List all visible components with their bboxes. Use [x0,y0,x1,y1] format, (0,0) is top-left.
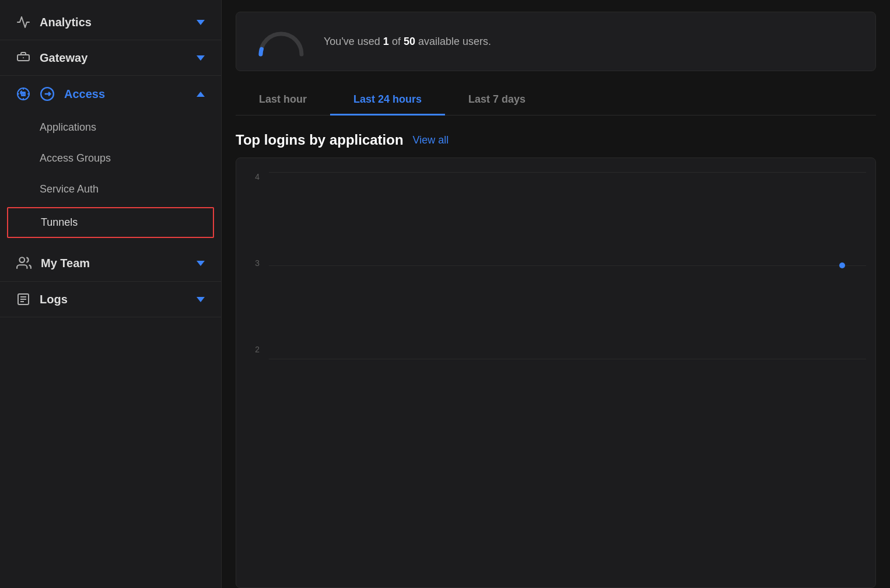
time-tabs: Last hour Last 24 hours Last 7 days [236,85,876,116]
logs-chevron-icon [197,297,205,302]
usage-text-suffix: available users. [415,36,491,47]
chart-plot [269,172,866,359]
usage-gauge [255,26,307,57]
section-title: Top logins by application [236,132,404,148]
usage-banner: You've used 1 of 50 available users. [236,12,876,71]
tab-last-24-hours[interactable]: Last 24 hours [330,85,445,116]
tab-last-7-days-label: Last 7 days [468,93,525,105]
tab-last-7-days[interactable]: Last 7 days [445,85,549,116]
usage-total: 50 [404,36,415,47]
sidebar: Analytics Gateway [0,0,222,588]
team-icon [16,256,31,271]
y-label-4: 4 [246,172,264,181]
gateway-icon [16,51,30,65]
sidebar-sub-item-service-auth[interactable]: Service Auth [0,174,221,205]
sidebar-item-analytics[interactable]: Analytics [0,5,221,40]
sidebar-sub-item-tunnels[interactable]: Tunnels [7,207,214,238]
view-all-link[interactable]: View all [413,134,449,146]
gateway-chevron-icon [197,55,205,61]
tunnels-label: Tunnels [41,216,78,229]
usage-text: You've used 1 of 50 available users. [324,36,491,48]
analytics-icon [16,15,30,29]
sidebar-sub-item-applications[interactable]: Applications [0,112,221,143]
applications-label: Applications [40,121,96,134]
my-team-label: My Team [41,257,90,270]
access-icon [16,87,30,101]
access-arrow-icon [40,86,55,102]
svg-point-5 [19,257,24,262]
logs-icon [16,292,30,306]
access-chevron-icon [197,92,205,97]
y-axis: 4 3 2 [246,172,264,359]
chart-inner: 4 3 2 [246,172,866,359]
sidebar-item-my-team[interactable]: My Team [0,245,221,282]
usage-used: 1 [383,36,389,47]
usage-text-middle: of [389,36,404,47]
gauge-svg [255,26,307,57]
main-content: You've used 1 of 50 available users. Las… [222,0,890,588]
chart-area: 4 3 2 [236,158,876,588]
chart-svg [269,172,866,359]
sidebar-item-access[interactable]: Access [0,76,221,112]
tab-last-24-hours-label: Last 24 hours [353,93,422,105]
sidebar-sub-item-access-groups[interactable]: Access Groups [0,143,221,174]
y-label-3: 3 [246,258,264,268]
usage-text-prefix: You've used [324,36,383,47]
grid-line-bottom [269,359,866,359]
my-team-chevron-icon [197,261,205,266]
analytics-label: Analytics [40,16,92,29]
service-auth-label: Service Auth [40,183,99,195]
sidebar-item-gateway[interactable]: Gateway [0,40,221,76]
sidebar-item-logs[interactable]: Logs [0,282,221,317]
section-heading: Top logins by application View all [236,132,876,148]
tab-last-hour[interactable]: Last hour [236,85,330,116]
access-label: Access [64,88,105,101]
gateway-label: Gateway [40,51,87,65]
y-label-2: 2 [246,345,264,354]
tab-last-hour-label: Last hour [259,93,307,105]
data-dot [839,262,845,268]
logs-label: Logs [40,293,68,306]
access-groups-label: Access Groups [40,152,111,164]
analytics-chevron-icon [197,20,205,25]
